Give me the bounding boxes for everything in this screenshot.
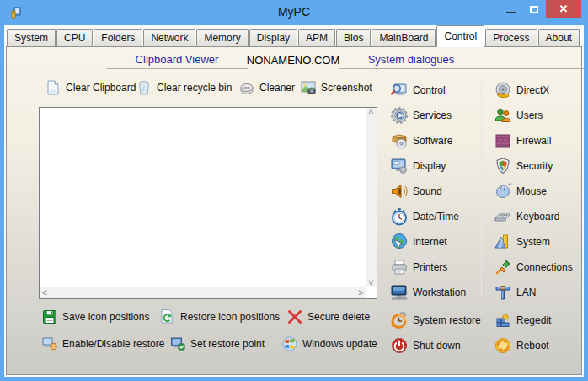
tab-display[interactable]: Display bbox=[249, 29, 297, 46]
display-dialog-button[interactable]: Display bbox=[390, 156, 446, 176]
reboot-icon bbox=[494, 336, 512, 355]
internet-dialog-button[interactable]: Internet bbox=[390, 232, 447, 252]
clear-recycle-bin-button[interactable]: Clear recycle bin bbox=[136, 78, 232, 98]
connections-dialog-button[interactable]: Connections bbox=[494, 257, 573, 277]
system-restore-dialog-button[interactable]: System restore bbox=[390, 310, 481, 330]
firewall-icon bbox=[494, 131, 512, 150]
minimize-button[interactable] bbox=[499, 0, 522, 18]
lan-dialog-button[interactable]: LAN bbox=[494, 282, 536, 303]
label: Services bbox=[413, 110, 452, 121]
column-separator bbox=[481, 79, 482, 297]
firewall-dialog-button[interactable]: Firewall bbox=[494, 131, 551, 151]
label: LAN bbox=[516, 287, 536, 298]
label: Shut down bbox=[413, 340, 461, 351]
connections-icon bbox=[494, 258, 512, 276]
system-restore-icon bbox=[390, 311, 409, 330]
scroll-down-icon[interactable]: ˅ bbox=[369, 279, 374, 287]
label: Save icon positions bbox=[62, 311, 149, 323]
scroll-right-icon[interactable]: ˃ bbox=[358, 289, 363, 298]
tab-process[interactable]: Process bbox=[485, 29, 537, 46]
close-button[interactable]: ✕ bbox=[546, 0, 581, 18]
users-icon bbox=[494, 106, 512, 125]
label: Firewall bbox=[516, 135, 551, 147]
date-time-dialog-button[interactable]: Date/Time bbox=[390, 207, 459, 227]
clipboard-viewer-heading: Clipboard Viewer bbox=[106, 53, 248, 69]
label: Clear Clipboard bbox=[66, 82, 136, 94]
directx-icon bbox=[494, 81, 512, 99]
scroll-left-icon[interactable]: ˂ bbox=[42, 289, 47, 298]
horizontal-scrollbar[interactable]: ˂ ˃ bbox=[40, 287, 366, 298]
maximize-button[interactable] bbox=[522, 0, 546, 18]
tab-folders[interactable]: Folders bbox=[94, 29, 142, 46]
window-body: SystemCPUFoldersNetworkMemoryDisplayAPMB… bbox=[4, 25, 584, 377]
tab-mainboard[interactable]: MainBoard bbox=[372, 29, 436, 46]
keyboard-dialog-button[interactable]: Keyboard bbox=[494, 207, 559, 227]
users-dialog-button[interactable]: Users bbox=[494, 105, 543, 126]
label: Restore icon positions bbox=[180, 311, 280, 323]
system-dialog-button[interactable]: System bbox=[494, 232, 550, 252]
regedit-icon bbox=[494, 311, 512, 330]
restore-icons-icon bbox=[159, 309, 176, 325]
screenshot-button[interactable]: Screenshot bbox=[300, 78, 372, 98]
tab-memory[interactable]: Memory bbox=[196, 29, 248, 46]
save-icon bbox=[41, 309, 58, 325]
vertical-scrollbar[interactable]: ˄ ˅ bbox=[366, 108, 377, 287]
label: Software bbox=[413, 135, 452, 147]
tab-bar: SystemCPUFoldersNetworkMemoryDisplayAPMB… bbox=[6, 25, 582, 46]
reboot-dialog-button[interactable]: Reboot bbox=[494, 335, 549, 356]
windows-update-button[interactable]: Windows update bbox=[281, 334, 377, 354]
label: Enable/Disable restore bbox=[62, 338, 164, 350]
cleaner-button[interactable]: Cleaner bbox=[238, 78, 295, 98]
tab-page-control: Clipboard Viewer NONAMENO.COM System dia… bbox=[6, 46, 582, 375]
tab-system[interactable]: System bbox=[7, 29, 56, 46]
set-restore-point-icon bbox=[169, 335, 186, 352]
shut-down-dialog-button[interactable]: Shut down bbox=[390, 335, 461, 356]
save-icon-positions-button[interactable]: Save icon positions bbox=[41, 307, 149, 327]
scroll-up-icon[interactable]: ˄ bbox=[369, 108, 374, 116]
restore-icon-positions-button[interactable]: Restore icon positions bbox=[159, 307, 280, 327]
workstation-icon bbox=[390, 283, 409, 302]
label: Secure delete bbox=[307, 311, 370, 323]
label: Windows update bbox=[302, 338, 377, 350]
directx-dialog-button[interactable]: DirectX bbox=[494, 80, 549, 100]
control-dialog-button[interactable]: Control bbox=[390, 80, 446, 100]
tab-network[interactable]: Network bbox=[143, 29, 195, 46]
internet-icon bbox=[390, 233, 409, 251]
secure-delete-button[interactable]: Secure delete bbox=[286, 307, 370, 327]
label: Internet bbox=[413, 236, 447, 248]
clear-clipboard-button[interactable]: Clear Clipboard bbox=[45, 78, 136, 98]
security-dialog-button[interactable]: Security bbox=[494, 156, 553, 176]
sound-dialog-button[interactable]: Sound bbox=[390, 181, 442, 201]
mouse-icon bbox=[494, 182, 512, 201]
maximize-icon bbox=[530, 6, 538, 13]
software-icon bbox=[390, 131, 409, 150]
tab-control[interactable]: Control bbox=[436, 25, 484, 47]
mouse-dialog-button[interactable]: Mouse bbox=[494, 181, 547, 201]
window-controls: ✕ bbox=[499, 0, 581, 18]
printers-icon bbox=[390, 258, 409, 276]
site-label: NONAMENO.COM bbox=[246, 54, 340, 67]
label: Screenshot bbox=[321, 82, 372, 94]
tab-apm[interactable]: APM bbox=[298, 29, 335, 46]
label: System bbox=[516, 236, 550, 248]
control-icon bbox=[390, 81, 409, 99]
tab-about[interactable]: About bbox=[538, 29, 580, 46]
minimize-icon bbox=[506, 12, 516, 13]
titlebar[interactable]: MyPC ✕ bbox=[0, 0, 588, 25]
label: Cleaner bbox=[259, 82, 295, 94]
services-dialog-button[interactable]: CServices bbox=[390, 105, 452, 126]
printers-dialog-button[interactable]: Printers bbox=[390, 257, 447, 277]
security-icon bbox=[494, 157, 512, 175]
label: Mouse bbox=[516, 185, 547, 197]
label: Regedit bbox=[516, 314, 551, 326]
datetime-icon bbox=[390, 207, 409, 226]
enable-restore-icon bbox=[41, 335, 58, 352]
workstation-dialog-button[interactable]: Workstation bbox=[390, 282, 466, 303]
set-restore-point-button[interactable]: Set restore point bbox=[169, 334, 265, 354]
regedit-dialog-button[interactable]: Regedit bbox=[494, 310, 551, 330]
software-dialog-button[interactable]: Software bbox=[390, 131, 452, 151]
tab-cpu[interactable]: CPU bbox=[56, 29, 93, 46]
enable-disable-restore-button[interactable]: Enable/Disable restore bbox=[41, 334, 164, 354]
tab-bios[interactable]: Bios bbox=[336, 29, 371, 46]
clipboard-viewer-area[interactable]: ˄ ˅ ˂ ˃ bbox=[39, 107, 377, 299]
